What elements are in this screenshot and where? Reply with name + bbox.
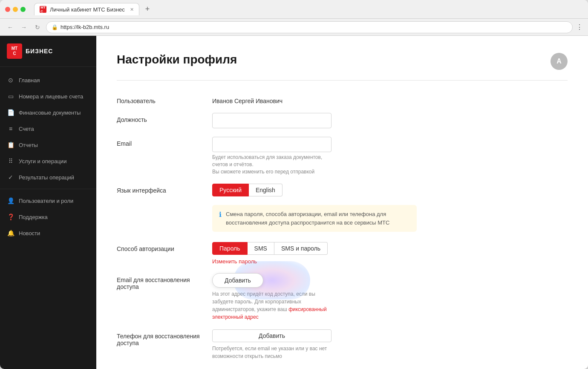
browser-addressbar: ← → ↻ 🔒 https://lk-b2b.mts.ru ⋮	[0, 19, 588, 36]
sidebar-item-support[interactable]: ❓ Поддержка	[0, 209, 96, 225]
user-label: Пользователь	[117, 94, 202, 104]
sidebar-item-home[interactable]: ⊙ Главная	[0, 72, 96, 88]
page-title: Настройки профиля	[117, 53, 237, 66]
numbers-icon: ▭	[7, 92, 14, 100]
sidebar-navigation: ⊙ Главная ▭ Номера и лицевые счета 📄 Фин…	[0, 67, 96, 246]
change-password-link[interactable]: Изменить пароль	[212, 258, 257, 265]
sidebar-item-reports-label: Отчеты	[19, 142, 38, 148]
sidebar-divider	[0, 189, 96, 189]
add-email-button[interactable]: Добавить	[212, 273, 263, 288]
profile-form: Пользователь Иванов Сергей Иванович Долж…	[117, 94, 466, 369]
maximize-button[interactable]	[20, 7, 26, 12]
sidebar-item-users-label: Пользователи и роли	[19, 198, 73, 204]
browser-menu-button[interactable]: ⋮	[576, 23, 583, 31]
recovery-phone-hint: Потребуется, если email не указан или у …	[212, 345, 331, 360]
auth-buttons: Пароль SMS SMS и пароль	[212, 242, 328, 255]
position-label: Должность	[117, 113, 202, 123]
close-button[interactable]	[5, 7, 10, 12]
news-icon: 🔔	[7, 229, 14, 237]
services-icon: ⠿	[7, 157, 14, 165]
new-tab-button[interactable]: +	[143, 4, 153, 14]
sidebar-item-accounts-label: Счета	[19, 126, 34, 132]
forward-button[interactable]: →	[19, 22, 29, 32]
sidebar-item-services-label: Услуги и операции	[19, 158, 66, 164]
window-controls	[5, 7, 26, 12]
position-input[interactable]	[212, 113, 331, 128]
recovery-email-label: Email для восстановления доступа	[117, 273, 202, 290]
browser-titlebar: МТС Личный кабинет МТС Бизнес ✕ +	[0, 0, 588, 19]
reload-button[interactable]: ↻	[32, 22, 43, 32]
info-icon: ℹ	[219, 210, 222, 227]
address-bar[interactable]: 🔒 https://lk-b2b.mts.ru	[46, 21, 573, 33]
recovery-email-fixed-link[interactable]: фиксированный электронный адрес	[212, 306, 327, 320]
language-label: Язык интерфейса	[117, 184, 202, 194]
lang-english-button[interactable]: English	[249, 184, 282, 196]
add-phone-button[interactable]: Добавить	[212, 329, 331, 342]
tab-close-icon[interactable]: ✕	[130, 7, 134, 12]
sidebar-item-news-label: Новости	[19, 230, 40, 236]
home-icon: ⊙	[7, 76, 14, 84]
add-email-container: Добавить	[212, 273, 331, 288]
active-tab[interactable]: МТС Личный кабинет МТС Бизнес ✕	[34, 3, 139, 15]
sidebar-item-results-label: Результаты операций	[19, 174, 74, 181]
sidebar-item-accounts[interactable]: ≡ Счета	[0, 121, 96, 137]
language-row: Язык интерфейса Русский English	[117, 184, 466, 196]
email-input[interactable]	[212, 137, 331, 152]
sidebar-item-users[interactable]: 👤 Пользователи и роли	[0, 193, 96, 209]
user-row: Пользователь Иванов Сергей Иванович	[117, 94, 466, 104]
avatar[interactable]: А	[551, 53, 568, 70]
sidebar-item-results[interactable]: ✓ Результаты операций	[0, 169, 96, 185]
recovery-email-section: Добавить На этот адрес придёт код доступ…	[212, 273, 331, 321]
recovery-phone-section: Добавить Потребуется, если email не указ…	[212, 329, 331, 360]
sidebar-logo: МТС БИЗНЕС	[0, 36, 96, 67]
user-value: Иванов Сергей Иванович	[212, 94, 282, 104]
sidebar-item-reports[interactable]: 📋 Отчеты	[0, 137, 96, 153]
browser-tabs: МТС Личный кабинет МТС Бизнес ✕ +	[34, 3, 583, 15]
minimize-button[interactable]	[13, 7, 18, 12]
email-hint: Будет использоваться для заказа документ…	[212, 154, 331, 175]
recovery-phone-row: Телефон для восстановления доступа Добав…	[117, 329, 466, 360]
page-header: Настройки профиля А	[117, 53, 568, 70]
language-toggle: Русский English	[212, 184, 282, 196]
recovery-email-hint: На этот адрес придёт код доступа, если в…	[212, 290, 331, 321]
lang-russian-button[interactable]: Русский	[212, 184, 249, 196]
main-content: Настройки профиля А Пользователь Иванов …	[96, 36, 588, 369]
sidebar-item-support-label: Поддержка	[19, 214, 48, 220]
recovery-phone-label: Телефон для восстановления доступа	[117, 329, 202, 346]
sidebar-item-numbers[interactable]: ▭ Номера и лицевые счета	[0, 88, 96, 104]
sidebar-item-home-label: Главная	[19, 77, 40, 84]
results-icon: ✓	[7, 173, 14, 181]
reports-icon: 📋	[7, 141, 14, 149]
logo-text: БИЗНЕС	[26, 48, 53, 55]
auth-label: Способ авторизации	[117, 242, 202, 252]
info-box: ℹ Смена пароля, способа авторизации, ema…	[212, 205, 417, 232]
sidebar-item-news[interactable]: 🔔 Новости	[0, 225, 96, 241]
tab-title: Личный кабинет МТС Бизнес	[50, 6, 125, 13]
tab-favicon: МТС	[40, 6, 46, 13]
info-text: Смена пароля, способа авторизации, email…	[226, 210, 410, 227]
sidebar: МТС БИЗНЕС ⊙ Главная ▭ Номера и лицевые …	[0, 36, 96, 369]
back-button[interactable]: ←	[5, 22, 15, 32]
lock-icon: 🔒	[52, 24, 58, 30]
email-label: Email	[117, 137, 202, 147]
auth-sms-password-button[interactable]: SMS и пароль	[274, 242, 328, 255]
support-icon: ❓	[7, 213, 14, 221]
sidebar-item-numbers-label: Номера и лицевые счета	[19, 93, 83, 100]
sidebar-item-financial-label: Финансовые документы	[19, 110, 81, 116]
email-row: Email Будет использоваться для заказа до…	[117, 137, 466, 175]
recovery-email-row: Email для восстановления доступа Добавит…	[117, 273, 466, 321]
auth-sms-button[interactable]: SMS	[248, 242, 274, 255]
financial-icon: 📄	[7, 109, 14, 116]
users-icon: 👤	[7, 197, 14, 205]
accounts-icon: ≡	[7, 125, 14, 133]
sidebar-item-services[interactable]: ⠿ Услуги и операции	[0, 153, 96, 169]
auth-row: Способ авторизации Пароль SMS SMS и паро…	[117, 242, 466, 265]
auth-password-button[interactable]: Пароль	[212, 242, 248, 255]
sidebar-item-financial[interactable]: 📄 Финансовые документы	[0, 104, 96, 121]
app-layout: МТС БИЗНЕС ⊙ Главная ▭ Номера и лицевые …	[0, 36, 588, 369]
position-row: Должность	[117, 113, 466, 128]
logo-icon: МТС	[7, 43, 22, 59]
header-divider	[117, 80, 568, 81]
url-text: https://lk-b2b.mts.ru	[61, 24, 109, 30]
